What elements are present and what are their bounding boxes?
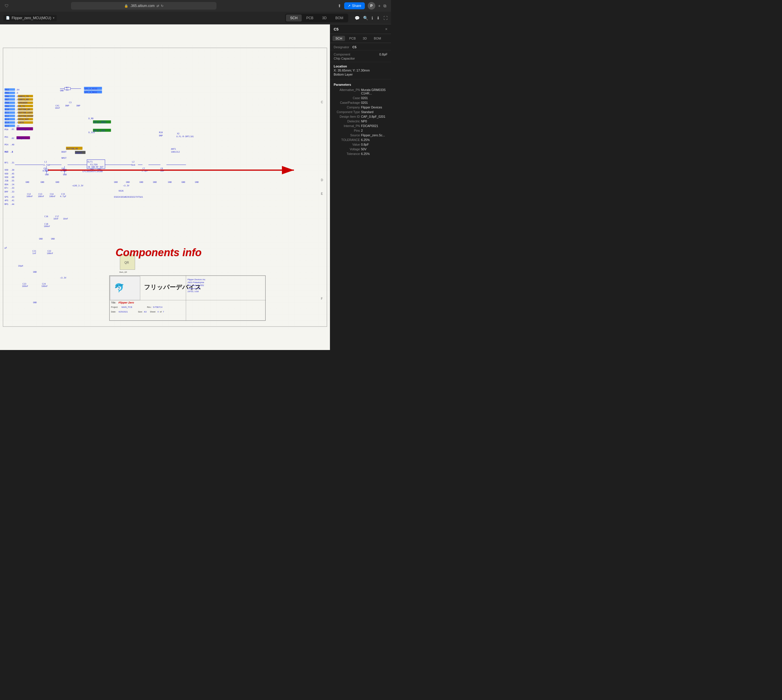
- panel-tab-sch[interactable]: SCH: [333, 36, 345, 41]
- svg-text:10nF: 10nF: [63, 217, 68, 220]
- param-row: SourceFlipper_zero.Sc...: [330, 133, 391, 138]
- param-row: Voltage50V: [330, 147, 391, 152]
- svg-text:RESET: RESET: [76, 152, 82, 154]
- svg-text:RST: RST: [4, 151, 8, 153]
- svg-text:100nF: 100nF: [47, 252, 53, 255]
- svg-text:μF: μF: [4, 247, 7, 249]
- chevron-down-icon: ▾: [53, 16, 54, 20]
- info-icon[interactable]: ℹ: [371, 16, 373, 20]
- svg-text:.8: .8: [16, 105, 18, 108]
- svg-text:.30: .30: [10, 168, 14, 171]
- svg-text:PB3: PB3: [5, 88, 9, 91]
- svg-text:CC1101_CS: CC1101_CS: [17, 128, 28, 130]
- new-tab-icon[interactable]: +: [378, 3, 381, 8]
- svg-text:MPS: MPS: [4, 203, 8, 205]
- svg-text:19703, USA: 19703, USA: [187, 290, 199, 293]
- svg-text:ESD241B1W0201E6327XTSA1: ESD241B1W0201E6327XTSA1: [114, 196, 143, 198]
- svg-text:Size:: Size:: [138, 310, 142, 313]
- panel-tab-bom[interactable]: BOM: [371, 36, 384, 41]
- svg-text:DNP: DNP: [77, 104, 80, 107]
- param-row: Component TypeStandard: [330, 110, 391, 114]
- param-key: Pins: [334, 129, 360, 132]
- svg-text:D_SCK: D_SCK: [89, 131, 95, 134]
- panel-tab-pcb[interactable]: PCB: [346, 36, 359, 41]
- close-button[interactable]: ×: [385, 27, 388, 32]
- upload-icon[interactable]: ⬆: [338, 3, 341, 8]
- svg-text:SPI_D_MOSI: SPI_D_MOSI: [94, 121, 106, 123]
- svg-text:.55: .55: [10, 179, 14, 182]
- parameters-label: Parameters: [330, 81, 391, 88]
- param-key: Design Item ID: [334, 115, 360, 118]
- param-key: Case/Package: [334, 101, 360, 104]
- schematic-area[interactable]: PB3 .64 PB5 .6 PB6 .65 UART1_TX PB7 .67 …: [0, 24, 330, 350]
- file-tab[interactable]: 📄 Flipper_zero_MCU(MCU) ▾: [3, 15, 57, 21]
- svg-text:C: C: [321, 101, 323, 104]
- param-row: DielectricNP0: [330, 119, 391, 123]
- svg-text:PB6: PB6: [5, 95, 9, 98]
- browser-right-controls: ⬆ ↗ Share P + ⧉: [338, 2, 386, 10]
- svg-text:Title:: Title:: [111, 302, 116, 304]
- param-value: CAP_0.8pF_0201: [361, 115, 385, 118]
- svg-text:VDD: VDD: [4, 176, 8, 178]
- param-value: 0201: [361, 96, 368, 100]
- svg-text:51: 51: [66, 89, 69, 91]
- param-row: Value0.8pF: [330, 142, 391, 147]
- param-key: Company: [334, 105, 360, 109]
- svg-text:GND: GND: [126, 181, 130, 183]
- toolbar-icons: 💬 🔍 ℹ ⬇ ⛶: [355, 16, 388, 20]
- param-value: 0201: [361, 101, 368, 104]
- svg-text:Flipper Devices Inc.: Flipper Devices Inc.: [187, 278, 206, 281]
- param-key: Voltage: [334, 147, 360, 151]
- svg-text:DNP: DNP: [159, 134, 163, 137]
- svg-text:PB7: PB7: [5, 98, 9, 101]
- param-key: Case: [334, 96, 360, 100]
- svg-text:GND: GND: [63, 173, 67, 176]
- user-avatar[interactable]: P: [368, 2, 375, 10]
- svg-text:EF+: EF+: [4, 187, 8, 189]
- svg-text:GND: GND: [182, 181, 185, 183]
- svg-text:GND: GND: [40, 181, 44, 183]
- svg-text:BUTTON_UP: BUTTON_UP: [18, 108, 30, 111]
- tab-3d[interactable]: 3D: [318, 15, 331, 22]
- svg-text:GND: GND: [60, 89, 64, 92]
- svg-text:PB5: PB5: [5, 92, 9, 94]
- param-row: Internal_PNFDCAP0021: [330, 123, 391, 128]
- svg-text:7: 7: [163, 310, 164, 313]
- svg-text:Sheet: Sheet: [150, 310, 155, 313]
- tab-pcb[interactable]: PCB: [302, 15, 318, 22]
- expand-icon[interactable]: ⛶: [383, 16, 388, 20]
- chat-icon[interactable]: 💬: [355, 16, 359, 20]
- windows-icon[interactable]: ⧉: [383, 3, 386, 8]
- app-toolbar: 📄 Flipper_zero_MCU(MCU) ▾ SCH PCB 3D BOM…: [0, 12, 391, 24]
- svg-text:C3: C3: [69, 101, 72, 104]
- svg-text:0.8pF: 0.8pF: [42, 170, 49, 172]
- param-row: CompanyFlipper Devices: [330, 105, 391, 110]
- download-icon[interactable]: ⬇: [376, 16, 380, 20]
- param-value: Flipper_zero.Sc...: [361, 133, 385, 137]
- svg-text:SPEAKER: SPEAKER: [18, 102, 28, 104]
- param-key: Internal_PN: [334, 124, 360, 128]
- svg-text:C16: C16: [45, 215, 48, 218]
- share-icon: ↗: [348, 4, 351, 8]
- svg-text:L2: L2: [132, 160, 135, 163]
- svg-text:100nF: 100nF: [41, 285, 48, 288]
- svg-text:PB9: PB9: [5, 105, 9, 108]
- svg-text:.61: .61: [10, 128, 14, 130]
- panel-tab-3d[interactable]: 3D: [360, 36, 370, 41]
- search-icon[interactable]: 🔍: [363, 16, 368, 20]
- svg-text:VDD: VDD: [4, 168, 8, 171]
- svg-text:BUTTON_OK: BUTTON_OK: [67, 147, 78, 150]
- shield-icon: 🛡: [5, 3, 9, 8]
- svg-text:B11: B11: [5, 111, 9, 114]
- component-section: Component 0.8pF Chip Capacitor: [330, 50, 391, 62]
- svg-text:.41: .41: [10, 199, 14, 202]
- svg-text:GND: GND: [55, 181, 59, 183]
- param-row: Tolerance6.25%: [330, 152, 391, 156]
- svg-text:.43: .43: [10, 196, 14, 198]
- svg-text:.49: .49: [16, 125, 20, 127]
- tab-sch[interactable]: SCH: [286, 15, 301, 22]
- tab-bom[interactable]: BOM: [331, 15, 348, 22]
- share-button[interactable]: ↗ Share: [344, 2, 365, 9]
- svg-text:2803 Philadelphia: 2803 Philadelphia: [187, 281, 204, 284]
- svg-text:BUTTON_RIGHT: BUTTON_RIGHT: [18, 115, 34, 117]
